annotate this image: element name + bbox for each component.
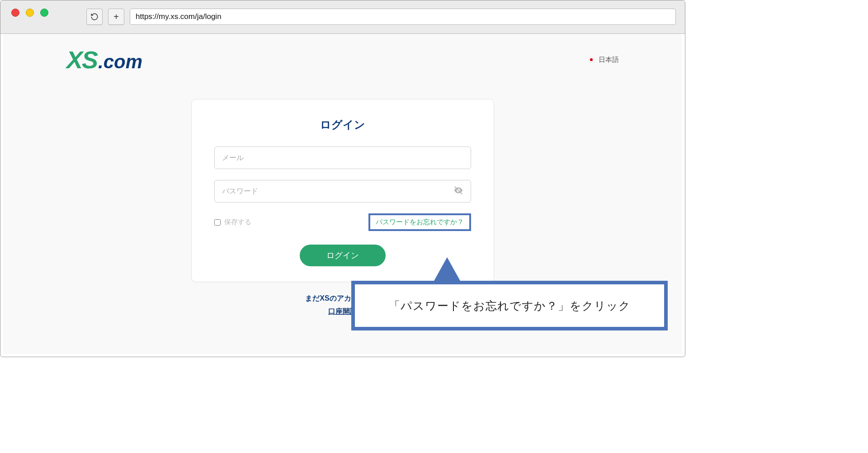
page-topbar: XS .com 日本語	[3, 34, 682, 72]
forgot-password-highlight: パスワードをお忘れですか？	[368, 213, 471, 231]
url-bar[interactable]: https://my.xs.com/ja/login	[130, 9, 676, 25]
page-body: XS .com 日本語 ログイン 保存する	[3, 34, 682, 354]
logo-xs-text: XS	[66, 47, 97, 72]
password-field[interactable]	[222, 180, 463, 202]
remember-label: 保存する	[224, 218, 251, 226]
login-title: ログイン	[214, 118, 471, 132]
login-options-row: 保存する パスワードをお忘れですか？	[214, 213, 471, 231]
site-logo[interactable]: XS .com	[66, 47, 142, 72]
japan-flag-icon	[589, 57, 594, 62]
maximize-window-icon[interactable]	[40, 9, 48, 17]
url-text: https://my.xs.com/ja/login	[136, 12, 222, 21]
login-card: ログイン 保存する パスワードをお忘れですか？ ログイン	[191, 99, 494, 282]
reload-button[interactable]	[86, 9, 103, 25]
language-label: 日本語	[599, 56, 619, 64]
login-button[interactable]: ログイン	[300, 245, 386, 266]
forgot-password-link[interactable]: パスワードをお忘れですか？	[376, 218, 464, 226]
eye-off-icon	[453, 185, 463, 195]
close-window-icon[interactable]	[11, 9, 19, 17]
toggle-password-visibility-icon[interactable]	[453, 185, 463, 197]
window-controls	[11, 9, 48, 17]
instruction-callout: 「パスワードをお忘れですか？」をクリック	[351, 281, 668, 330]
remember-me[interactable]: 保存する	[214, 218, 251, 226]
browser-chrome: + https://my.xs.com/ja/login	[0, 0, 685, 34]
email-field[interactable]	[222, 147, 463, 169]
reload-icon	[90, 13, 99, 21]
remember-checkbox[interactable]	[214, 219, 221, 226]
plus-icon: +	[113, 12, 119, 22]
instruction-text: 「パスワードをお忘れですか？」をクリック	[389, 298, 631, 313]
password-field-wrap	[214, 180, 471, 203]
language-switcher[interactable]: 日本語	[589, 56, 619, 64]
new-tab-button[interactable]: +	[108, 9, 124, 25]
email-field-wrap	[214, 146, 471, 169]
minimize-window-icon[interactable]	[26, 9, 34, 17]
logo-com-text: .com	[98, 52, 142, 71]
callout-arrow-icon	[434, 257, 461, 282]
